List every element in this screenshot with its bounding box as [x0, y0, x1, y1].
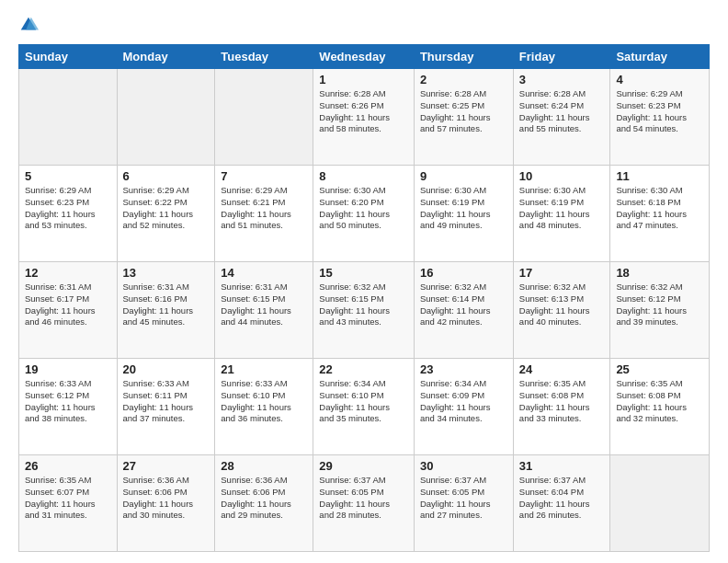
- day-info: Sunrise: 6:31 AM Sunset: 6:15 PM Dayligh…: [221, 282, 307, 328]
- day-info: Sunrise: 6:36 AM Sunset: 6:06 PM Dayligh…: [221, 475, 307, 522]
- day-info: Sunrise: 6:30 AM Sunset: 6:20 PM Dayligh…: [319, 185, 408, 232]
- day-info: Sunrise: 6:28 AM Sunset: 6:24 PM Dayligh…: [519, 88, 605, 135]
- calendar-week-row: 19Sunrise: 6:33 AM Sunset: 6:12 PM Dayli…: [19, 359, 710, 455]
- calendar-cell: 14Sunrise: 6:31 AM Sunset: 6:15 PM Dayli…: [215, 262, 313, 359]
- day-number: 24: [519, 362, 605, 376]
- calendar-cell: [117, 69, 215, 166]
- day-number: 6: [123, 169, 210, 183]
- day-number: 15: [319, 266, 408, 280]
- calendar-cell: 31Sunrise: 6:37 AM Sunset: 6:04 PM Dayli…: [513, 455, 610, 552]
- logo: [18, 15, 42, 35]
- day-number: 22: [319, 362, 408, 376]
- day-of-week-header: Wednesday: [313, 45, 415, 69]
- day-number: 13: [123, 266, 210, 280]
- calendar-cell: 6Sunrise: 6:29 AM Sunset: 6:22 PM Daylig…: [117, 166, 215, 262]
- day-number: 27: [123, 459, 210, 473]
- day-info: Sunrise: 6:37 AM Sunset: 6:05 PM Dayligh…: [319, 475, 408, 522]
- day-number: 29: [319, 459, 408, 473]
- day-number: 23: [420, 362, 507, 376]
- calendar-cell: 23Sunrise: 6:34 AM Sunset: 6:09 PM Dayli…: [414, 359, 513, 455]
- calendar-cell: 15Sunrise: 6:32 AM Sunset: 6:15 PM Dayli…: [313, 262, 415, 359]
- day-number: 18: [616, 266, 703, 280]
- calendar-cell: 13Sunrise: 6:31 AM Sunset: 6:16 PM Dayli…: [117, 262, 215, 359]
- calendar-cell: 9Sunrise: 6:30 AM Sunset: 6:19 PM Daylig…: [414, 166, 513, 262]
- calendar-cell: 21Sunrise: 6:33 AM Sunset: 6:10 PM Dayli…: [215, 359, 313, 455]
- calendar-cell: [19, 69, 118, 166]
- day-number: 17: [519, 266, 605, 280]
- day-number: 3: [519, 73, 605, 86]
- day-number: 8: [319, 169, 408, 183]
- day-info: Sunrise: 6:30 AM Sunset: 6:19 PM Dayligh…: [519, 185, 605, 232]
- day-info: Sunrise: 6:29 AM Sunset: 6:21 PM Dayligh…: [221, 185, 307, 232]
- calendar-table: SundayMondayTuesdayWednesdayThursdayFrid…: [18, 44, 710, 552]
- day-number: 1: [319, 73, 408, 86]
- day-info: Sunrise: 6:37 AM Sunset: 6:05 PM Dayligh…: [420, 475, 507, 522]
- calendar-cell: 30Sunrise: 6:37 AM Sunset: 6:05 PM Dayli…: [414, 455, 513, 552]
- calendar-cell: 7Sunrise: 6:29 AM Sunset: 6:21 PM Daylig…: [215, 166, 313, 262]
- day-number: 25: [616, 362, 703, 376]
- calendar-cell: 29Sunrise: 6:37 AM Sunset: 6:05 PM Dayli…: [313, 455, 415, 552]
- day-of-week-header: Friday: [513, 45, 610, 69]
- generalblue-icon: [18, 15, 39, 35]
- calendar-week-row: 12Sunrise: 6:31 AM Sunset: 6:17 PM Dayli…: [19, 262, 710, 359]
- day-info: Sunrise: 6:29 AM Sunset: 6:23 PM Dayligh…: [25, 185, 111, 232]
- day-number: 7: [221, 169, 307, 183]
- calendar-cell: 27Sunrise: 6:36 AM Sunset: 6:06 PM Dayli…: [117, 455, 215, 552]
- day-info: Sunrise: 6:35 AM Sunset: 6:07 PM Dayligh…: [25, 475, 111, 522]
- day-info: Sunrise: 6:29 AM Sunset: 6:23 PM Dayligh…: [616, 88, 703, 135]
- day-number: 12: [25, 266, 111, 280]
- calendar-header-row: SundayMondayTuesdayWednesdayThursdayFrid…: [19, 45, 710, 69]
- day-of-week-header: Tuesday: [215, 45, 313, 69]
- calendar-week-row: 5Sunrise: 6:29 AM Sunset: 6:23 PM Daylig…: [19, 166, 710, 262]
- calendar-cell: 4Sunrise: 6:29 AM Sunset: 6:23 PM Daylig…: [610, 69, 710, 166]
- day-info: Sunrise: 6:35 AM Sunset: 6:08 PM Dayligh…: [616, 378, 703, 425]
- calendar-cell: 2Sunrise: 6:28 AM Sunset: 6:25 PM Daylig…: [414, 69, 513, 166]
- calendar-cell: 1Sunrise: 6:28 AM Sunset: 6:26 PM Daylig…: [313, 69, 415, 166]
- day-info: Sunrise: 6:29 AM Sunset: 6:22 PM Dayligh…: [123, 185, 210, 232]
- day-info: Sunrise: 6:32 AM Sunset: 6:13 PM Dayligh…: [519, 282, 605, 328]
- calendar-cell: 3Sunrise: 6:28 AM Sunset: 6:24 PM Daylig…: [513, 69, 610, 166]
- day-info: Sunrise: 6:36 AM Sunset: 6:06 PM Dayligh…: [123, 475, 210, 522]
- calendar-week-row: 26Sunrise: 6:35 AM Sunset: 6:07 PM Dayli…: [19, 455, 710, 552]
- page: SundayMondayTuesdayWednesdayThursdayFrid…: [0, 0, 728, 563]
- day-number: 4: [616, 73, 703, 86]
- calendar-cell: 12Sunrise: 6:31 AM Sunset: 6:17 PM Dayli…: [19, 262, 118, 359]
- day-of-week-header: Sunday: [19, 45, 118, 69]
- calendar-week-row: 1Sunrise: 6:28 AM Sunset: 6:26 PM Daylig…: [19, 69, 710, 166]
- day-info: Sunrise: 6:37 AM Sunset: 6:04 PM Dayligh…: [519, 475, 605, 522]
- day-of-week-header: Monday: [117, 45, 215, 69]
- calendar-cell: [215, 69, 313, 166]
- day-info: Sunrise: 6:32 AM Sunset: 6:15 PM Dayligh…: [319, 282, 408, 328]
- day-number: 10: [519, 169, 605, 183]
- day-info: Sunrise: 6:28 AM Sunset: 6:26 PM Dayligh…: [319, 88, 408, 135]
- calendar-cell: 17Sunrise: 6:32 AM Sunset: 6:13 PM Dayli…: [513, 262, 610, 359]
- day-number: 5: [25, 169, 111, 183]
- day-info: Sunrise: 6:34 AM Sunset: 6:10 PM Dayligh…: [319, 378, 408, 425]
- calendar-cell: 10Sunrise: 6:30 AM Sunset: 6:19 PM Dayli…: [513, 166, 610, 262]
- calendar-cell: 8Sunrise: 6:30 AM Sunset: 6:20 PM Daylig…: [313, 166, 415, 262]
- day-number: 9: [420, 169, 507, 183]
- day-number: 28: [221, 459, 307, 473]
- day-number: 21: [221, 362, 307, 376]
- day-info: Sunrise: 6:31 AM Sunset: 6:17 PM Dayligh…: [25, 282, 111, 328]
- day-info: Sunrise: 6:28 AM Sunset: 6:25 PM Dayligh…: [420, 88, 507, 135]
- day-number: 2: [420, 73, 507, 86]
- day-info: Sunrise: 6:32 AM Sunset: 6:14 PM Dayligh…: [420, 282, 507, 328]
- day-info: Sunrise: 6:33 AM Sunset: 6:10 PM Dayligh…: [221, 378, 307, 425]
- day-number: 19: [25, 362, 111, 376]
- day-info: Sunrise: 6:34 AM Sunset: 6:09 PM Dayligh…: [420, 378, 507, 425]
- calendar-cell: [610, 455, 710, 552]
- day-of-week-header: Saturday: [610, 45, 710, 69]
- calendar-cell: 19Sunrise: 6:33 AM Sunset: 6:12 PM Dayli…: [19, 359, 118, 455]
- day-number: 11: [616, 169, 703, 183]
- calendar-cell: 20Sunrise: 6:33 AM Sunset: 6:11 PM Dayli…: [117, 359, 215, 455]
- day-info: Sunrise: 6:30 AM Sunset: 6:19 PM Dayligh…: [420, 185, 507, 232]
- header: [18, 15, 710, 35]
- day-number: 26: [25, 459, 111, 473]
- calendar-cell: 16Sunrise: 6:32 AM Sunset: 6:14 PM Dayli…: [414, 262, 513, 359]
- calendar-cell: 26Sunrise: 6:35 AM Sunset: 6:07 PM Dayli…: [19, 455, 118, 552]
- day-info: Sunrise: 6:33 AM Sunset: 6:12 PM Dayligh…: [25, 378, 111, 425]
- day-number: 30: [420, 459, 507, 473]
- calendar-cell: 18Sunrise: 6:32 AM Sunset: 6:12 PM Dayli…: [610, 262, 710, 359]
- day-info: Sunrise: 6:31 AM Sunset: 6:16 PM Dayligh…: [123, 282, 210, 328]
